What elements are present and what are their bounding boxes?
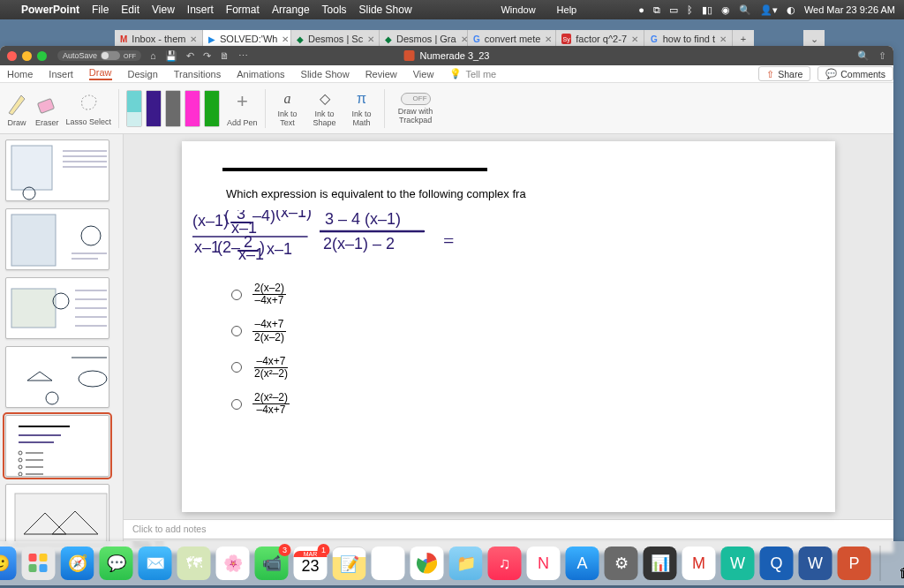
tab-review[interactable]: Review	[365, 69, 397, 79]
teal-app-icon[interactable]: W	[721, 547, 755, 580]
ink-to-math[interactable]: πInk to Math	[347, 90, 377, 127]
browser-tab[interactable]: Ghow to find t✕	[644, 30, 733, 48]
tab-insert[interactable]: Insert	[49, 69, 73, 79]
radio-icon[interactable]	[231, 290, 242, 300]
undo-icon[interactable]: ↶	[186, 50, 194, 62]
close-icon[interactable]: ✕	[545, 34, 552, 44]
tab-transitions[interactable]: Transitions	[174, 69, 221, 79]
ink-to-text[interactable]: aInk to Text	[273, 90, 303, 127]
notes-icon[interactable]: 📝	[333, 547, 366, 580]
minimize-window[interactable]	[22, 51, 32, 61]
app-name[interactable]: PowerPoint	[21, 4, 79, 16]
new-tab-button[interactable]: +	[733, 30, 754, 48]
menu-edit[interactable]: Edit	[121, 4, 139, 16]
pen-purple[interactable]	[146, 90, 162, 127]
browser-tab[interactable]: ◆Desmos | Sc✕	[291, 30, 380, 48]
trackpad-toggle[interactable]: OFF	[401, 93, 431, 105]
menu-file[interactable]: File	[92, 4, 109, 16]
record-icon[interactable]: ●	[638, 4, 644, 15]
menu-window[interactable]: Window	[501, 4, 535, 15]
browser-tab[interactable]: Syfactor q^2-7✕	[556, 30, 644, 48]
slide-thumb[interactable]	[5, 415, 109, 477]
browser-tab[interactable]: ▶SOLVED:'Wh✕	[203, 30, 291, 48]
save-icon[interactable]: 💾	[165, 50, 177, 62]
tab-animations[interactable]: Animations	[237, 69, 284, 79]
share-button[interactable]: ⇧Share	[758, 66, 810, 81]
slide-thumb[interactable]	[5, 277, 109, 339]
eraser-tool[interactable]: Eraser	[35, 90, 59, 127]
more-icon[interactable]: ⋯	[238, 50, 248, 62]
safari-icon[interactable]: 🧭	[61, 547, 94, 580]
close-icon[interactable]: ✕	[282, 34, 289, 44]
browser-tab[interactable]: MInbox - them✕	[115, 30, 203, 48]
tab-home[interactable]: Home	[7, 69, 33, 79]
close-icon[interactable]: ✕	[367, 34, 374, 44]
browser-tab[interactable]: ◆Desmos | Gra✕	[380, 30, 468, 48]
ink-to-shape[interactable]: ◇Ink to Shape	[310, 90, 340, 127]
menu-arrange[interactable]: Arrange	[272, 4, 310, 16]
facetime-icon[interactable]: 📹3	[255, 547, 289, 580]
add-pen[interactable]: + Add Pen	[227, 90, 258, 127]
chrome-icon[interactable]	[411, 547, 444, 580]
quicktime-icon[interactable]: Q	[760, 547, 794, 580]
menu-format[interactable]: Format	[226, 4, 260, 16]
trash-icon[interactable]: 🗑	[890, 546, 905, 581]
siri-icon[interactable]: ◐	[787, 4, 795, 16]
wifi-icon[interactable]: ◉	[721, 4, 730, 16]
calendar-icon[interactable]: MAR231	[294, 547, 328, 580]
choice-c[interactable]: –4x+72(x²–2)	[231, 356, 290, 380]
slide-thumbnails[interactable]	[0, 134, 124, 553]
radio-icon[interactable]	[231, 362, 242, 373]
close-icon[interactable]: ✕	[190, 34, 197, 44]
close-window[interactable]	[7, 51, 17, 61]
menubar-datetime[interactable]: Wed Mar 23 9:26 AM	[804, 4, 895, 15]
home-icon[interactable]: ⌂	[150, 50, 156, 62]
photos-icon[interactable]: 🌸	[216, 547, 250, 580]
choice-a[interactable]: 2(x–2)–4x+7	[231, 283, 290, 306]
pen-green[interactable]	[204, 90, 220, 127]
pen-highlighter-teal[interactable]	[126, 90, 142, 127]
activity-icon[interactable]: 📊	[644, 547, 677, 580]
reminders-icon[interactable]: ☑︎	[372, 547, 405, 580]
menu-view[interactable]: View	[152, 4, 175, 16]
slide-thumb[interactable]	[5, 208, 109, 270]
close-icon[interactable]: ✕	[719, 34, 727, 44]
sysprefs-icon[interactable]: ⚙︎	[605, 547, 638, 580]
close-icon[interactable]: ✕	[631, 34, 638, 44]
choice-d[interactable]: 2(x²–2)–4x+7	[231, 392, 290, 416]
mail-icon[interactable]: ✉️	[139, 547, 172, 580]
music-icon[interactable]: ♫	[488, 547, 522, 580]
tell-me-search[interactable]: 💡Tell me	[449, 68, 496, 79]
comments-button[interactable]: 💬Comments	[817, 66, 893, 81]
tab-view[interactable]: View	[413, 69, 434, 79]
powerpoint-dock-icon[interactable]: P	[838, 547, 871, 580]
launchpad-icon[interactable]	[22, 547, 56, 580]
slide-thumb[interactable]	[5, 346, 109, 408]
draw-tool[interactable]: Draw	[5, 90, 28, 127]
pen-pink[interactable]	[185, 90, 200, 127]
lasso-tool[interactable]: Lasso Select	[66, 90, 112, 126]
display-icon[interactable]: ▭	[669, 4, 678, 16]
pen-gray[interactable]	[165, 90, 181, 127]
messages-icon[interactable]: 💬	[100, 547, 133, 580]
redo-icon[interactable]: ↷	[203, 50, 211, 62]
choice-b[interactable]: –4x+72(x–2)	[231, 319, 290, 343]
autosave-toggle[interactable]: AutoSave OFF	[57, 50, 141, 61]
maps-icon[interactable]: 🗺	[177, 547, 211, 580]
finder-icon[interactable]: 🙂	[0, 547, 17, 580]
gmail-app-icon[interactable]: M	[682, 547, 716, 580]
print-icon[interactable]: 🗎	[220, 50, 230, 62]
word-icon[interactable]: W	[799, 547, 832, 580]
bluetooth-icon[interactable]: ᛒ	[687, 4, 693, 15]
appstore-icon[interactable]: A	[566, 547, 599, 580]
draw-trackpad[interactable]: OFF Draw with Trackpad	[392, 93, 440, 124]
zoom-window[interactable]	[37, 51, 47, 61]
share-icon[interactable]: ⇧	[878, 50, 886, 62]
slide-canvas[interactable]: Which expression is equivalent to the fo…	[182, 141, 835, 512]
menu-tools[interactable]: Tools	[322, 4, 347, 16]
search-icon[interactable]: 🔍	[857, 50, 870, 62]
spotlight-icon[interactable]: 🔍	[739, 4, 751, 16]
folder-icon[interactable]: 📁	[449, 547, 483, 580]
tab-draw[interactable]: Draw	[89, 67, 112, 80]
notes-pane[interactable]: Click to add notes	[124, 519, 893, 539]
